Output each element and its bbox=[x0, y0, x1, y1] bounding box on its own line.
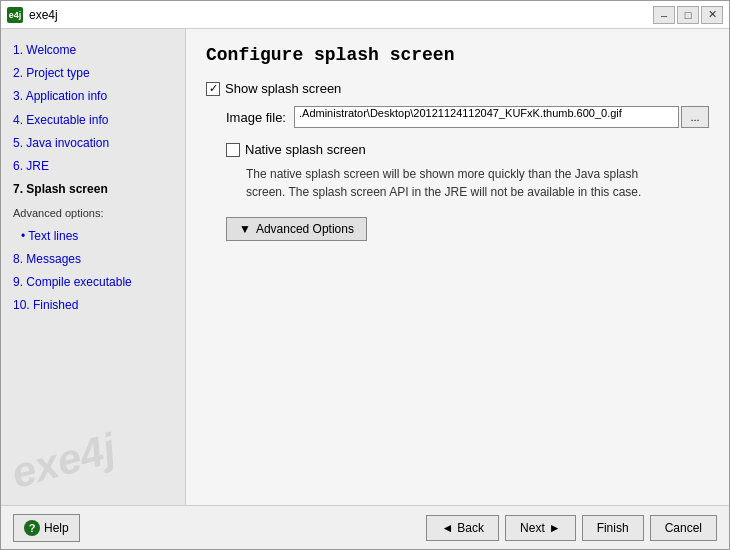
cancel-button[interactable]: Cancel bbox=[650, 515, 717, 541]
sidebar-item-exe-info[interactable]: 4. Executable info bbox=[9, 109, 177, 132]
show-splash-label: Show splash screen bbox=[225, 81, 341, 96]
sidebar-item-text-lines[interactable]: • Text lines bbox=[9, 225, 177, 248]
back-arrow-icon: ◄ bbox=[441, 521, 453, 535]
show-splash-row: Show splash screen bbox=[206, 81, 709, 96]
title-bar: e4j exe4j – □ ✕ bbox=[1, 1, 729, 29]
help-button[interactable]: ? Help bbox=[13, 514, 80, 542]
native-splash-checkbox[interactable] bbox=[226, 143, 240, 157]
bottom-right: ◄ Back Next ► Finish Cancel bbox=[426, 515, 717, 541]
description-line1: The native splash screen will be shown m… bbox=[246, 165, 706, 183]
title-controls: – □ ✕ bbox=[653, 6, 723, 24]
advanced-options-label: Advanced Options bbox=[256, 222, 354, 236]
show-splash-checkbox[interactable] bbox=[206, 82, 220, 96]
native-splash-description: The native splash screen will be shown m… bbox=[246, 165, 706, 201]
sidebar-item-welcome[interactable]: 1. Welcome bbox=[9, 39, 177, 62]
window-title: exe4j bbox=[29, 8, 58, 22]
image-file-label: Image file: bbox=[226, 110, 286, 125]
finish-button[interactable]: Finish bbox=[582, 515, 644, 541]
close-button[interactable]: ✕ bbox=[701, 6, 723, 24]
sidebar-item-splash-screen[interactable]: 7. Splash screen bbox=[9, 178, 177, 201]
sidebar-item-jre[interactable]: 6. JRE bbox=[9, 155, 177, 178]
sidebar-item-finished[interactable]: 10. Finished bbox=[9, 294, 177, 317]
image-file-input[interactable]: .Administrator\Desktop\20121124112047_KU… bbox=[294, 106, 679, 128]
sidebar-item-messages[interactable]: 8. Messages bbox=[9, 248, 177, 271]
content-panel: Configure splash screen Show splash scre… bbox=[186, 29, 729, 505]
next-arrow-icon: ► bbox=[549, 521, 561, 535]
main-window: e4j exe4j – □ ✕ 1. Welcome 2. Project ty… bbox=[0, 0, 730, 550]
maximize-button[interactable]: □ bbox=[677, 6, 699, 24]
show-splash-checkbox-wrapper[interactable]: Show splash screen bbox=[206, 81, 341, 96]
bottom-left: ? Help bbox=[13, 514, 80, 542]
image-file-row: Image file: .Administrator\Desktop\20121… bbox=[226, 106, 709, 128]
back-label: Back bbox=[457, 521, 484, 535]
browse-button[interactable]: ... bbox=[681, 106, 709, 128]
advanced-arrow-icon: ▼ bbox=[239, 222, 251, 236]
sidebar: 1. Welcome 2. Project type 3. Applicatio… bbox=[1, 29, 186, 505]
next-label: Next bbox=[520, 521, 545, 535]
back-button[interactable]: ◄ Back bbox=[426, 515, 499, 541]
panel-title: Configure splash screen bbox=[206, 45, 709, 65]
bottom-bar: ? Help ◄ Back Next ► Finish Cancel bbox=[1, 505, 729, 549]
help-label: Help bbox=[44, 521, 69, 535]
native-splash-label: Native splash screen bbox=[245, 142, 366, 157]
sidebar-item-project-type[interactable]: 2. Project type bbox=[9, 62, 177, 85]
app-icon: e4j bbox=[7, 7, 23, 23]
help-icon: ? bbox=[24, 520, 40, 536]
watermark: exe4j bbox=[7, 424, 121, 498]
main-content: 1. Welcome 2. Project type 3. Applicatio… bbox=[1, 29, 729, 505]
minimize-button[interactable]: – bbox=[653, 6, 675, 24]
native-splash-row: Native splash screen bbox=[226, 142, 709, 157]
next-button[interactable]: Next ► bbox=[505, 515, 576, 541]
sidebar-item-app-info[interactable]: 3. Application info bbox=[9, 85, 177, 108]
sidebar-item-compile[interactable]: 9. Compile executable bbox=[9, 271, 177, 294]
advanced-options-button[interactable]: ▼ Advanced Options bbox=[226, 217, 367, 241]
native-splash-checkbox-wrapper[interactable]: Native splash screen bbox=[226, 142, 366, 157]
description-line2: screen. The splash screen API in the JRE… bbox=[246, 183, 706, 201]
title-bar-left: e4j exe4j bbox=[7, 7, 58, 23]
sidebar-advanced-options-header: Advanced options: bbox=[9, 203, 177, 225]
sidebar-item-java-invocation[interactable]: 5. Java invocation bbox=[9, 132, 177, 155]
